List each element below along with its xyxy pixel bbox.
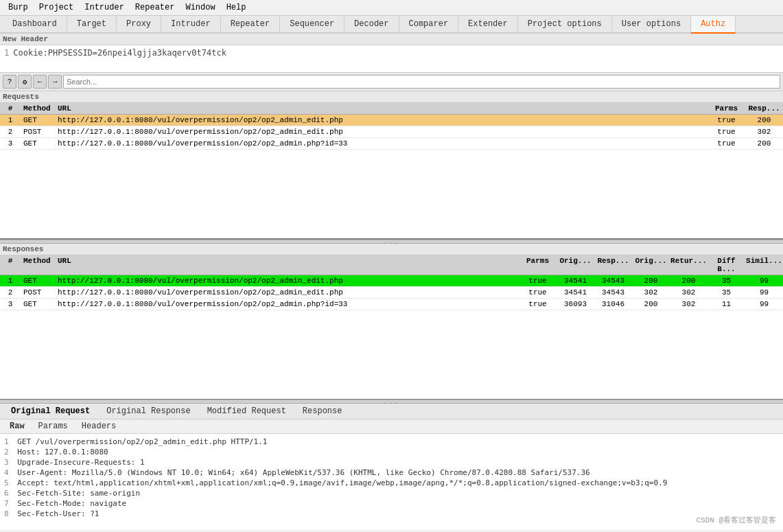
- col-header-method: Method: [21, 104, 55, 113]
- forward-button[interactable]: →: [48, 75, 62, 89]
- responses-panel: Responses # Method URL Parms Orig... Res…: [0, 244, 783, 400]
- sub-tab-bar: Raw Params Headers: [0, 419, 783, 434]
- req-line-1: 1 GET /vul/overpermission/op2/op2_admin_…: [4, 437, 779, 447]
- header-line-num: 1: [4, 48, 9, 58]
- tab-repeater[interactable]: Repeater: [221, 16, 281, 32]
- col-header-url: URL: [55, 104, 708, 113]
- req-row2-method: POST: [21, 128, 55, 136]
- req-line-5: 5 Accept: text/html,application/xhtml+xm…: [4, 478, 779, 488]
- menu-burp[interactable]: Burp: [3, 1, 34, 14]
- requests-table-header: # Method URL Parms Resp...: [0, 103, 783, 115]
- tab-proxy[interactable]: Proxy: [117, 16, 161, 32]
- col-resp-header-method: Method: [21, 257, 55, 273]
- resp-row1-diffb: 35: [708, 277, 745, 285]
- req-row2-num: 2: [0, 128, 21, 136]
- requests-label: Requests: [0, 91, 783, 103]
- resp-row2-orig-resp: 302: [632, 288, 670, 297]
- resp-row3-method: GET: [21, 300, 55, 308]
- col-resp-header-parms: Parms: [519, 257, 557, 273]
- resp-row3-retur: 302: [670, 300, 708, 308]
- req-row2-resp: 302: [745, 128, 783, 136]
- request-row-1[interactable]: 1 GET http://127.0.0.1:8080/vul/overperm…: [0, 115, 783, 126]
- resp-row3-orig-len: 36093: [557, 300, 594, 308]
- help-button[interactable]: ?: [3, 75, 16, 89]
- resp-row3-num: 3: [0, 300, 21, 308]
- resp-row3-parms: true: [519, 300, 557, 308]
- menu-help[interactable]: Help: [221, 1, 252, 14]
- req-row2-url: http://127.0.0.1:8080/vul/overpermission…: [55, 128, 708, 136]
- request-row-3[interactable]: 3 GET http://127.0.0.1:8080/vul/overperm…: [0, 138, 783, 150]
- resp-row3-resp-len: 31046: [594, 300, 632, 308]
- toolbar: ? ⚙ ← →: [0, 73, 783, 91]
- menu-repeater[interactable]: Repeater: [130, 1, 180, 14]
- resp-row1-resp-len: 34543: [594, 277, 632, 285]
- back-button[interactable]: ←: [33, 75, 47, 89]
- tab-sequencer[interactable]: Sequencer: [280, 16, 344, 32]
- req-line-7: 7 Sec-Fetch-Mode: navigate: [4, 498, 779, 509]
- col-resp-header-retur: Retur...: [670, 257, 708, 273]
- sub-tab-headers[interactable]: Headers: [75, 419, 123, 433]
- col-header-num: #: [0, 104, 21, 113]
- col-header-parms: Parms: [708, 104, 745, 113]
- sub-tab-params[interactable]: Params: [32, 419, 75, 433]
- col-resp-header-diffb: Diff B...: [708, 257, 745, 273]
- resp-row1-retur: 200: [670, 277, 708, 285]
- menu-project[interactable]: Project: [34, 1, 79, 14]
- req-line-6: 6 Sec-Fetch-Site: same-origin: [4, 488, 779, 498]
- tab-extender[interactable]: Extender: [458, 16, 518, 32]
- request-row-2[interactable]: 2 POST http://127.0.0.1:8080/vul/overper…: [0, 126, 783, 138]
- tab-project-options[interactable]: Project options: [518, 16, 612, 32]
- req-row3-num: 3: [0, 139, 21, 148]
- tab-comparer[interactable]: Comparer: [399, 16, 459, 32]
- responses-table-body: 1 GET http://127.0.0.1:8080/vul/overperm…: [0, 275, 783, 399]
- sub-tab-raw[interactable]: Raw: [3, 419, 32, 433]
- resp-row3-url: http://127.0.0.1:8080/vul/overpermission…: [55, 300, 519, 308]
- req-row3-resp: 200: [745, 139, 783, 148]
- resp-row2-diffb: 35: [708, 288, 745, 297]
- tab-modified-request[interactable]: Modified Request: [199, 404, 294, 419]
- menu-window[interactable]: Window: [180, 1, 220, 14]
- tab-dashboard[interactable]: Dashboard: [3, 16, 67, 32]
- req-line-8: 8 Sec-Fetch-User: ?1: [4, 509, 779, 519]
- resp-row3-diffb: 11: [708, 300, 745, 308]
- menu-intruder[interactable]: Intruder: [79, 1, 130, 14]
- col-resp-header-simil: Simil...: [745, 257, 783, 273]
- resp-row1-orig-resp: 200: [632, 277, 670, 285]
- watermark: CSDN @看客过客皆是客: [696, 515, 776, 525]
- response-row-2[interactable]: 2 POST http://127.0.0.1:8080/vul/overper…: [0, 287, 783, 299]
- req-row1-num: 1: [0, 116, 21, 124]
- req-row1-method: GET: [21, 116, 55, 124]
- header-line-content[interactable]: Cookie:PHPSESSID=26npei4lgjja3kaqerv0t74…: [13, 48, 226, 58]
- new-header-label: New Header: [0, 34, 783, 45]
- new-header-input[interactable]: 1Cookie:PHPSESSID=26npei4lgjja3kaqerv0t7…: [0, 45, 783, 73]
- req-row3-method: GET: [21, 139, 55, 148]
- tab-response[interactable]: Response: [294, 404, 351, 419]
- requests-table-body: 1 GET http://127.0.0.1:8080/vul/overperm…: [0, 115, 783, 238]
- resp-row2-url: http://127.0.0.1:8080/vul/overpermission…: [55, 288, 519, 297]
- resp-row1-url: http://127.0.0.1:8080/vul/overpermission…: [55, 277, 519, 285]
- col-resp-header-url: URL: [55, 257, 519, 273]
- bottom-divider-dots: ...: [383, 398, 399, 406]
- resp-row2-num: 2: [0, 288, 21, 297]
- search-input[interactable]: [63, 75, 780, 89]
- tab-user-options[interactable]: User options: [612, 16, 691, 32]
- responses-table-header: # Method URL Parms Orig... Resp... Orig.…: [0, 255, 783, 275]
- resp-row1-simil: 99: [745, 277, 783, 285]
- tab-original-request[interactable]: Original Request: [3, 404, 98, 419]
- divider-dots: ...: [383, 238, 399, 246]
- settings-button[interactable]: ⚙: [18, 75, 32, 89]
- req-row1-resp: 200: [745, 116, 783, 124]
- col-header-resp: Resp...: [745, 104, 783, 113]
- tab-original-response[interactable]: Original Response: [98, 404, 198, 419]
- tab-intruder[interactable]: Intruder: [161, 16, 221, 32]
- col-resp-header-resp-len: Resp...: [594, 257, 632, 273]
- req-line-4: 4 User-Agent: Mozilla/5.0 (Windows NT 10…: [4, 467, 779, 478]
- resp-row2-retur: 302: [670, 288, 708, 297]
- response-row-1[interactable]: 1 GET http://127.0.0.1:8080/vul/overperm…: [0, 275, 783, 287]
- req-row1-parms: true: [708, 116, 745, 124]
- tab-target[interactable]: Target: [67, 16, 117, 32]
- response-row-3[interactable]: 3 GET http://127.0.0.1:8080/vul/overperm…: [0, 299, 783, 310]
- tab-authz[interactable]: Authz: [691, 16, 736, 34]
- tab-decoder[interactable]: Decoder: [344, 16, 399, 32]
- col-resp-header-orig-len: Orig...: [557, 257, 594, 273]
